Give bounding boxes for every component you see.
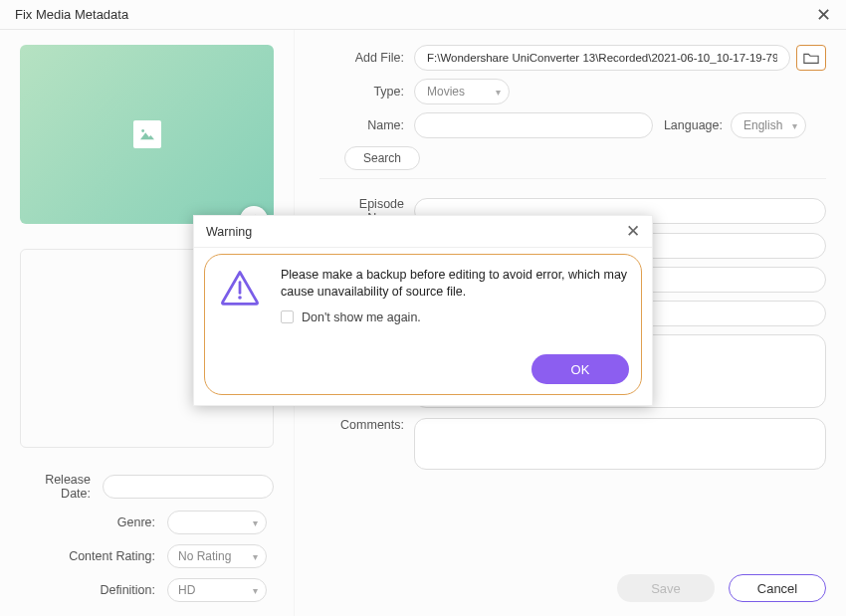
- language-select[interactable]: English: [731, 112, 806, 138]
- dialog-header: Warning ✕: [194, 216, 652, 248]
- dialog-title: Warning: [206, 225, 252, 239]
- warning-dialog: Warning ✕ Please make a backup before ed…: [193, 215, 653, 406]
- release-date-input[interactable]: [103, 475, 274, 499]
- dialog-body: Please make a backup before editing to a…: [204, 254, 642, 395]
- type-value: Movies: [427, 85, 465, 99]
- media-thumbnail: [20, 45, 274, 224]
- type-select[interactable]: Movies: [414, 79, 510, 104]
- name-label: Name:: [319, 118, 414, 132]
- browse-folder-button[interactable]: [796, 45, 826, 71]
- warning-icon: [217, 265, 263, 310]
- image-placeholder-icon: [133, 120, 161, 148]
- window-header: Fix Media Metadata ✕: [0, 0, 846, 30]
- genre-select[interactable]: [167, 511, 267, 534]
- footer-buttons: Save Cancel: [617, 574, 826, 602]
- add-file-input[interactable]: [414, 45, 790, 71]
- dialog-message: Please make a backup before editing to a…: [281, 265, 629, 301]
- dont-show-label: Don't show me again.: [302, 310, 421, 324]
- left-fields: Release Date: Genre: Content Rating: No …: [20, 473, 274, 612]
- svg-point-2: [141, 129, 144, 132]
- type-label: Type:: [319, 85, 414, 99]
- section-divider: [319, 178, 826, 179]
- content-rating-value: No Rating: [178, 549, 231, 563]
- svg-marker-1: [140, 132, 154, 139]
- genre-label: Genre:: [20, 515, 167, 529]
- add-file-label: Add File:: [319, 51, 414, 65]
- content-rating-select[interactable]: No Rating: [167, 544, 267, 568]
- cancel-button[interactable]: Cancel: [729, 574, 826, 602]
- definition-label: Definition:: [20, 583, 167, 597]
- comments-textarea[interactable]: [414, 418, 826, 470]
- ok-button[interactable]: OK: [531, 354, 629, 384]
- dont-show-checkbox[interactable]: [281, 310, 294, 323]
- release-date-label: Release Date:: [20, 473, 103, 501]
- content-rating-label: Content Rating:: [20, 549, 167, 563]
- language-value: English: [743, 118, 782, 132]
- window-title: Fix Media Metadata: [15, 7, 128, 22]
- comments-label: Comments:: [319, 418, 414, 432]
- definition-value: HD: [178, 583, 195, 597]
- dialog-close-icon[interactable]: ✕: [626, 223, 640, 240]
- definition-select[interactable]: HD: [167, 578, 267, 602]
- search-button[interactable]: Search: [344, 146, 420, 170]
- language-label: Language:: [653, 118, 731, 132]
- close-icon[interactable]: ✕: [816, 6, 831, 24]
- name-input[interactable]: [414, 112, 653, 138]
- svg-point-4: [238, 296, 242, 300]
- save-button: Save: [617, 574, 715, 602]
